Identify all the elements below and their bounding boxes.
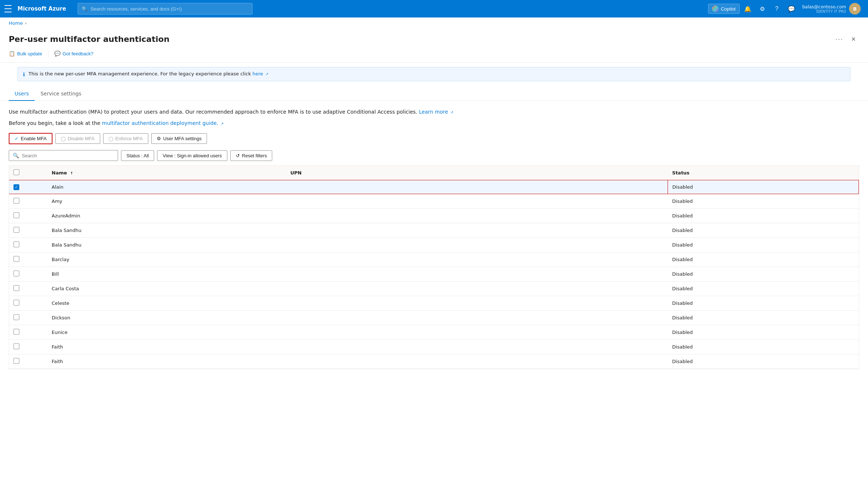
user-upn-cell	[286, 310, 668, 325]
row-checkbox[interactable]	[13, 256, 19, 262]
disable-mfa-button[interactable]: ◯ Disable MFA	[55, 133, 100, 144]
row-checkbox[interactable]	[13, 212, 19, 218]
status-filter-button[interactable]: Status : All	[121, 150, 154, 161]
global-search[interactable]: 🔍	[78, 3, 253, 15]
legacy-link[interactable]: here ↗	[253, 71, 269, 76]
toolbar-separator	[48, 50, 48, 57]
enable-mfa-button[interactable]: ✓ Enable MFA	[9, 133, 52, 144]
notifications-icon[interactable]: 🔔	[741, 2, 754, 15]
breadcrumb: Home ›	[0, 17, 868, 29]
search-input[interactable]	[90, 6, 249, 12]
disable-icon: ◯	[61, 136, 66, 141]
search-icon: 🔍	[82, 6, 87, 12]
user-upn-cell	[286, 252, 668, 267]
search-icon-filter: 🔍	[13, 153, 19, 158]
reset-icon: ↺	[236, 153, 240, 158]
user-status-cell: Disabled	[668, 237, 859, 252]
user-upn-cell	[286, 180, 668, 194]
row-checkbox[interactable]	[13, 227, 19, 233]
name-column-header[interactable]: Name ↑	[47, 166, 286, 180]
table-row[interactable]: FaithDisabled	[9, 339, 859, 354]
select-all-checkbox[interactable]	[13, 169, 19, 175]
user-name-cell: Carla Costa	[47, 281, 286, 296]
tab-service-settings[interactable]: Service settings	[35, 87, 87, 101]
user-status-cell: Disabled	[668, 180, 859, 194]
tabs: Users Service settings	[0, 87, 868, 101]
table-row[interactable]: AzureAdminDisabled	[9, 208, 859, 223]
tab-users[interactable]: Users	[9, 87, 35, 101]
row-checkbox[interactable]	[13, 285, 19, 291]
user-upn-cell	[286, 339, 668, 354]
table-row[interactable]: CelesteDisabled	[9, 296, 859, 310]
bulk-update-button[interactable]: 📋 Bulk update	[9, 49, 42, 58]
search-box[interactable]: 🔍	[9, 150, 118, 161]
user-status-cell: Disabled	[668, 354, 859, 369]
user-upn-cell	[286, 194, 668, 208]
table-row[interactable]: Bala SandhuDisabled	[9, 237, 859, 252]
user-name-cell: Alain	[47, 180, 286, 194]
breadcrumb-home[interactable]: Home	[9, 20, 23, 26]
row-checkbox[interactable]	[13, 271, 19, 276]
user-status-cell: Disabled	[668, 339, 859, 354]
row-checkbox[interactable]	[13, 300, 19, 306]
feedback-button[interactable]: 💬 Got feedback?	[54, 49, 94, 58]
table-row[interactable]: DicksonDisabled	[9, 310, 859, 325]
user-name-cell: AzureAdmin	[47, 208, 286, 223]
user-upn-cell	[286, 354, 668, 369]
table-body: ✓AlainDisabledAmyDisabledAzureAdminDisab…	[9, 180, 859, 369]
learn-more-link[interactable]: Learn more ↗	[419, 109, 454, 115]
top-navigation: Microsoft Azure 🔍 Copilot 🔔 ⚙ ? 💬 balas@…	[0, 0, 868, 17]
user-status-cell: Disabled	[668, 252, 859, 267]
copilot-button[interactable]: Copilot	[708, 4, 739, 14]
table-row[interactable]: BarclayDisabled	[9, 252, 859, 267]
avatar: B	[849, 3, 861, 15]
enforce-mfa-button[interactable]: ◯ Enforce MFA	[103, 133, 148, 144]
search-input-filter[interactable]	[22, 153, 114, 158]
user-status-cell: Disabled	[668, 310, 859, 325]
page-header-actions: ··· ×	[836, 33, 859, 45]
feedback-icon[interactable]: 💬	[785, 2, 798, 15]
row-checkbox[interactable]	[13, 241, 19, 247]
upn-column-header[interactable]: UPN	[286, 166, 668, 180]
checkmark-icon: ✓	[15, 136, 19, 141]
status-column-header[interactable]: Status	[668, 166, 859, 180]
table-row[interactable]: EuniceDisabled	[9, 325, 859, 339]
more-options-button[interactable]: ···	[836, 35, 843, 43]
enforce-icon: ◯	[109, 136, 113, 141]
row-checkbox[interactable]	[13, 329, 19, 335]
view-filter-button[interactable]: View : Sign-in allowed users	[157, 150, 227, 161]
user-name-cell: Faith	[47, 339, 286, 354]
user-upn-cell	[286, 223, 668, 237]
page-header: Per-user multifactor authentication ··· …	[0, 29, 868, 45]
info-banner: ℹ This is the new per-user MFA managemen…	[17, 67, 851, 81]
settings-icon[interactable]: ⚙	[756, 2, 769, 15]
deploy-external-icon: ↗	[220, 122, 223, 126]
reset-filters-button[interactable]: ↺ Reset filters	[230, 150, 273, 161]
table-row[interactable]: BillDisabled	[9, 267, 859, 281]
user-name-cell: Amy	[47, 194, 286, 208]
learn-more-external-icon: ↗	[450, 110, 453, 114]
deploy-guide-link[interactable]: multifactor authentication deployment gu…	[102, 120, 224, 126]
row-checkbox[interactable]	[13, 343, 19, 349]
user-mfa-settings-button[interactable]: ⚙ User MFA settings	[151, 133, 207, 144]
row-checkbox[interactable]	[13, 358, 19, 364]
row-checkbox[interactable]	[13, 198, 19, 204]
row-checkbox[interactable]	[13, 314, 19, 320]
user-name-cell: Bill	[47, 267, 286, 281]
table-row[interactable]: Carla CostaDisabled	[9, 281, 859, 296]
select-all-header[interactable]	[9, 166, 47, 180]
hamburger-menu[interactable]	[4, 5, 12, 12]
user-status-cell: Disabled	[668, 223, 859, 237]
copilot-icon	[712, 5, 719, 12]
breadcrumb-separator: ›	[25, 21, 27, 26]
app-title: Microsoft Azure	[17, 5, 66, 12]
user-menu[interactable]: balas@contoso.com IDENTITY IT PRO B	[799, 1, 864, 16]
table-row[interactable]: AmyDisabled	[9, 194, 859, 208]
close-button[interactable]: ×	[848, 33, 859, 45]
table-row[interactable]: Bala SandhuDisabled	[9, 223, 859, 237]
row-checkbox[interactable]: ✓	[13, 184, 19, 190]
user-status-cell: Disabled	[668, 296, 859, 310]
table-row[interactable]: FaithDisabled	[9, 354, 859, 369]
help-icon[interactable]: ?	[770, 2, 783, 15]
table-row[interactable]: ✓AlainDisabled	[9, 180, 859, 194]
